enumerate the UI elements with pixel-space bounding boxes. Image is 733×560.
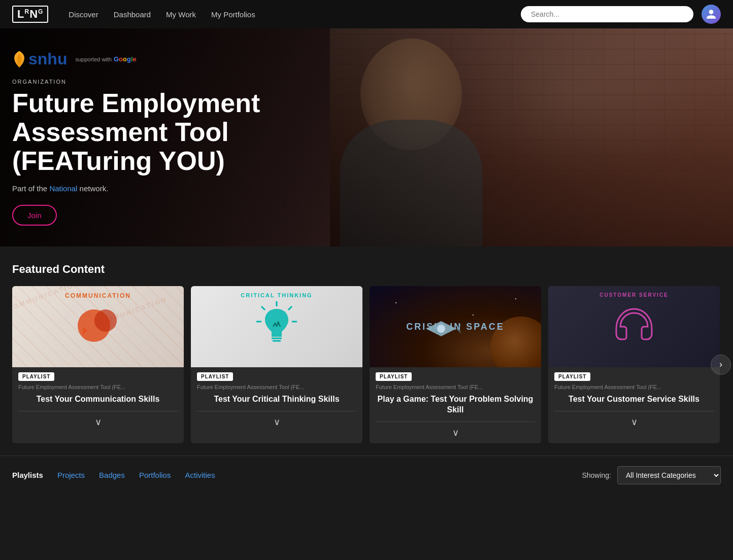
svg-line-3 [288, 306, 292, 310]
cards-wrapper: COMMUNICATION COMMUNICATION COMMUNICATIO… [12, 286, 721, 443]
tab-portfolios[interactable]: Portfolios [139, 471, 171, 479]
badge-playlist-3: PLAYLIST [376, 372, 412, 381]
logo[interactable]: LRNG [12, 6, 48, 23]
user-icon [706, 9, 717, 20]
hero-section: snhu supported with Google ORGANIZATION … [0, 28, 733, 247]
navbar: LRNG Discover Dashboard My Work My Portf… [0, 0, 733, 28]
chevron-down-icon-2: ∨ [274, 416, 280, 428]
category-select[interactable]: All Interest Categories Communication Cr… [617, 466, 721, 484]
search-bar [521, 6, 693, 22]
card-badge-row-4: PLAYLIST [548, 367, 720, 384]
svg-point-9 [437, 325, 445, 333]
tab-activities[interactable]: Activities [185, 471, 215, 479]
google-partner-text: supported with Google [75, 55, 136, 63]
hero-subtitle: Part of the National network. [12, 184, 368, 192]
card-org-1: Future Employment Assessment Tool (FE... [12, 384, 184, 392]
card-badge-row-1: PLAYLIST [12, 367, 184, 384]
logo-text: LRNG [17, 8, 43, 20]
card-title-1: Test Your Communication Skills [12, 392, 184, 405]
nav-myportfolios[interactable]: My Portfolios [211, 10, 255, 19]
card-org-4: Future Employment Assessment Tool (FE... [548, 384, 720, 392]
card-crisis-space[interactable]: CRISIS IN SPACE PLAYLIST Future Employme… [370, 286, 541, 443]
chevron-down-icon-4: ∨ [631, 416, 638, 428]
headphone-icon [611, 286, 657, 367]
card-expand-3[interactable]: ∨ [370, 422, 541, 443]
card-title-4: Test Your Customer Service Skills [548, 392, 720, 405]
hero-logos: snhu supported with Google [12, 50, 368, 68]
search-input[interactable] [521, 6, 693, 22]
card-expand-4[interactable]: ∨ [548, 411, 720, 433]
badge-playlist-1: PLAYLIST [18, 372, 54, 381]
card-title-2: Test Your Critical Thinking Skills [191, 392, 362, 405]
snhu-text: snhu [28, 50, 67, 68]
spacecraft [421, 319, 461, 341]
bulb-icon [191, 286, 362, 367]
google-logo: Google [114, 55, 137, 63]
chevron-down-icon-3: ∨ [452, 427, 459, 438]
user-avatar[interactable] [702, 5, 721, 24]
card-critical-thinking[interactable]: CRITICAL THINKING [191, 286, 362, 443]
card-communication[interactable]: COMMUNICATION COMMUNICATION COMMUNICATIO… [12, 286, 184, 443]
badge-playlist-2: PLAYLIST [197, 372, 233, 381]
nav-mywork[interactable]: My Work [166, 10, 196, 19]
nav-discover[interactable]: Discover [69, 10, 98, 19]
svg-point-1 [94, 309, 117, 332]
tab-badges[interactable]: Badges [99, 471, 125, 479]
tab-projects[interactable]: Projects [57, 471, 85, 479]
national-link[interactable]: National [49, 184, 77, 192]
carousel-next-button[interactable]: › [711, 355, 731, 375]
hero-content: snhu supported with Google ORGANIZATION … [12, 50, 368, 226]
card-image-critical: CRITICAL THINKING [191, 286, 362, 367]
snhu-logo: snhu [12, 50, 67, 68]
badge-playlist-4: PLAYLIST [554, 372, 590, 381]
showing-label: Showing: [582, 471, 611, 479]
card-customer-service[interactable]: CUSTOMER SERVICE PLAYLIST Future Employm… [548, 286, 720, 443]
card-org-2: Future Employment Assessment Tool (FE... [191, 384, 362, 392]
card-image-crisis: CRISIS IN SPACE [370, 286, 541, 367]
snhu-leaf-icon [12, 50, 26, 68]
card-badge-row-2: PLAYLIST [191, 367, 362, 384]
comm-label: COMMUNICATION [65, 292, 131, 299]
bottom-tabs: Playlists Projects Badges Portfolios Act… [0, 456, 733, 495]
hero-title: Future Employment Assessment Tool (FEATu… [12, 89, 368, 176]
card-title-3: Play a Game: Test Your Problem Solving S… [370, 392, 541, 415]
tab-playlists[interactable]: Playlists [12, 471, 43, 479]
chat-bubbles-icon [73, 305, 123, 348]
hero-org-label: ORGANIZATION [12, 79, 368, 85]
card-badge-row-3: PLAYLIST [370, 367, 541, 384]
nav-links: Discover Dashboard My Work My Portfolios [69, 10, 255, 19]
join-button[interactable]: Join [12, 204, 57, 225]
card-image-customer: CUSTOMER SERVICE [548, 286, 720, 367]
chevron-down-icon-1: ∨ [95, 416, 102, 428]
card-org-3: Future Employment Assessment Tool (FE... [370, 384, 541, 392]
featured-title: Featured Content [12, 263, 721, 276]
featured-section: Featured Content COMMUNICATION COMMUNICA… [0, 247, 733, 456]
card-expand-1[interactable]: ∨ [12, 411, 184, 433]
cards-container: COMMUNICATION COMMUNICATION COMMUNICATIO… [12, 286, 721, 443]
nav-dashboard[interactable]: Dashboard [114, 10, 151, 19]
card-image-communication: COMMUNICATION COMMUNICATION COMMUNICATIO… [12, 286, 184, 367]
svg-line-6 [261, 306, 265, 310]
card-expand-2[interactable]: ∨ [191, 411, 362, 433]
